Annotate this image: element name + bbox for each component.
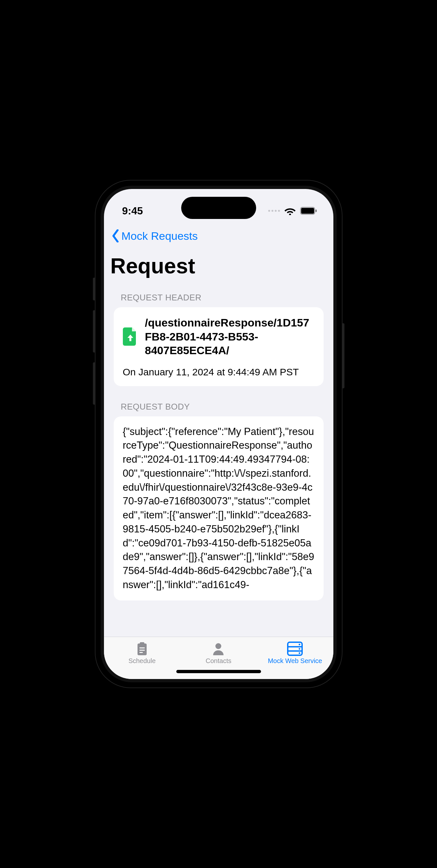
svg-rect-4 [140, 642, 144, 645]
tab-contacts-label: Contacts [206, 657, 231, 665]
status-dots-icon [268, 210, 280, 212]
svg-rect-2 [315, 210, 317, 212]
tab-schedule-label: Schedule [128, 657, 155, 665]
tab-schedule[interactable]: Schedule [104, 642, 180, 665]
svg-rect-3 [137, 644, 147, 655]
tab-contacts[interactable]: Contacts [181, 642, 256, 665]
file-upload-icon [123, 328, 138, 346]
svg-point-12 [299, 644, 301, 646]
status-time: 9:45 [122, 205, 143, 217]
svg-rect-5 [139, 647, 145, 648]
wifi-icon [284, 207, 295, 215]
battery-icon [300, 207, 317, 215]
svg-point-8 [215, 643, 221, 649]
request-body-text: {"subject":{"reference":"My Patient"},"r… [123, 425, 314, 592]
clipboard-icon [134, 642, 150, 656]
svg-rect-1 [301, 208, 314, 214]
request-header-card: /questionnaireResponse/1D157FB8-2B01-447… [114, 307, 323, 386]
content-scroll[interactable]: REQUEST HEADER /questionnaireResponse/1D… [104, 285, 333, 637]
home-indicator[interactable] [176, 670, 261, 673]
svg-rect-6 [139, 650, 145, 651]
dynamic-island [181, 197, 256, 219]
section-label-header: REQUEST HEADER [114, 285, 323, 307]
request-timestamp: On January 11, 2024 at 9:44:49 AM PST [123, 358, 314, 378]
section-label-body: REQUEST BODY [114, 386, 323, 416]
tab-mock-label: Mock Web Service [268, 657, 322, 665]
tab-mock-web-service[interactable]: Mock Web Service [257, 642, 333, 665]
page-title: Request [104, 242, 333, 285]
server-icon [287, 642, 303, 656]
back-button[interactable]: Mock Requests [111, 229, 327, 242]
back-label: Mock Requests [122, 230, 198, 242]
chevron-left-icon [111, 229, 121, 242]
person-icon [211, 642, 226, 656]
svg-rect-7 [139, 652, 143, 653]
svg-point-14 [299, 652, 301, 654]
request-path: /questionnaireResponse/1D157FB8-2B01-447… [145, 316, 314, 358]
svg-point-13 [299, 648, 301, 650]
request-body-card: {"subject":{"reference":"My Patient"},"r… [114, 416, 323, 600]
